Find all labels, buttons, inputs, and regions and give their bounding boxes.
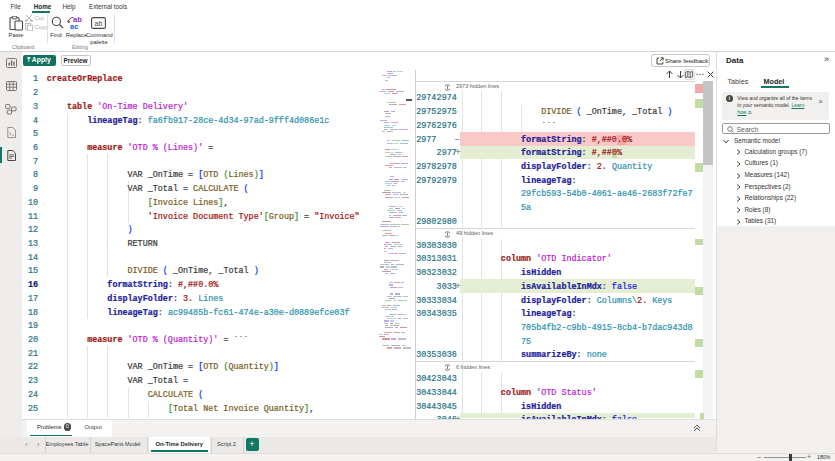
- svg-text:ab: ab: [95, 19, 103, 26]
